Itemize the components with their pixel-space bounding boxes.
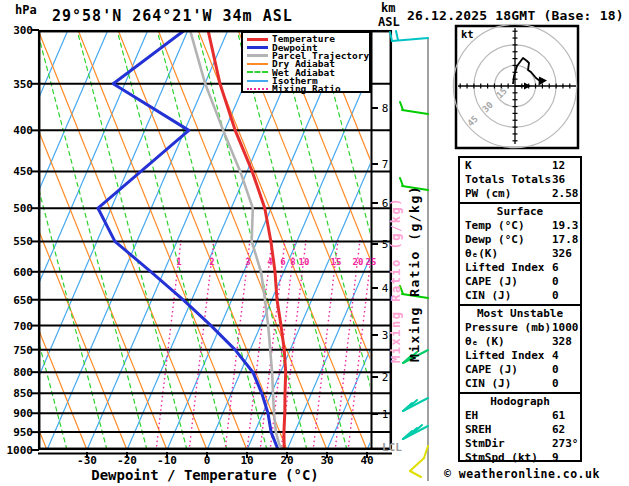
pressure-tick-label: 400 <box>0 124 33 137</box>
stats-row-value: 19.3 <box>552 219 579 233</box>
stats-row: K12 <box>460 159 580 173</box>
stats-row: Totals Totals36 <box>460 173 580 187</box>
stats-row: Lifted Index4 <box>460 349 580 363</box>
pressure-tick-label: 600 <box>0 266 33 279</box>
temp-tick-label: 20 <box>267 454 307 467</box>
stats-row-value: 0 <box>552 289 559 303</box>
stats-row: CIN (J)0 <box>460 377 580 391</box>
stats-section: SurfaceTemp (°C)19.3Dewp (°C)17.8θₑ(K)32… <box>460 202 580 304</box>
km-tick-label: 4 <box>378 282 392 295</box>
lcl-label: LCL <box>382 441 402 454</box>
stats-row-label: K <box>465 159 472 172</box>
pressure-tick-label: 850 <box>0 387 33 400</box>
stats-row-label: Temp (°C) <box>465 219 525 232</box>
mixing-ratio-value-label: 25 <box>362 257 380 267</box>
mixing-ratio-value-label: 1 <box>170 257 188 267</box>
pressure-tick-label: 1000 <box>0 444 33 457</box>
mixing-ratio-axis-label: Mixing Ratio (g/kg) <box>407 174 422 374</box>
stats-row: Lifted Index6 <box>460 261 580 275</box>
stats-row-label: CIN (J) <box>465 289 511 302</box>
mixing-ratio-value-label: 10 <box>295 257 313 267</box>
legend-item-label: Mixing Ratio <box>272 84 341 94</box>
legend-swatch-solid <box>247 54 268 57</box>
stats-section: HodographEH61SREH62StmDir273°StmSpd (kt)… <box>460 392 580 466</box>
km-tick-label: 7 <box>378 158 392 171</box>
stats-row: StmSpd (kt)9 <box>460 451 580 465</box>
km-tick-label: 8 <box>378 102 392 115</box>
temp-tick-label: -30 <box>67 454 107 467</box>
temp-tick-label: 10 <box>227 454 267 467</box>
km-tick-label: 1 <box>378 408 392 421</box>
stats-row-value: 6 <box>552 261 559 275</box>
pressure-tick-label: 950 <box>0 426 33 439</box>
credit-footer: © weatheronline.co.uk <box>444 467 600 481</box>
skewt-sounding-page: 153045 hPa 29°58'N 264°21'W 34m ASL km A… <box>0 0 629 486</box>
altitude-axis-unit-km: km <box>381 1 395 15</box>
pressure-tick-label: 800 <box>0 366 33 379</box>
stats-row-value: 2.58 <box>552 187 579 201</box>
pressure-tick-label: 650 <box>0 294 33 307</box>
stats-table: K12Totals Totals36PW (cm)2.58SurfaceTemp… <box>458 156 582 462</box>
km-tick-label: 2 <box>378 371 392 384</box>
pressure-tick-label: 300 <box>0 24 33 37</box>
altitude-axis-unit-asl: ASL <box>378 15 400 29</box>
mixing-ratio-value-label: 2 <box>203 257 221 267</box>
stats-row-value: 326 <box>552 247 572 261</box>
stats-row-label: Lifted Index <box>465 261 544 274</box>
stats-row-value: 328 <box>552 335 572 349</box>
stats-row-label: Lifted Index <box>465 349 544 362</box>
stats-row: PW (cm)2.58 <box>460 187 580 201</box>
stats-row-label: Pressure (mb) <box>465 321 551 334</box>
temp-tick-label: 0 <box>187 454 227 467</box>
x-axis-label: Dewpoint / Temperature (°C) <box>38 467 372 483</box>
stats-section-header: Surface <box>460 205 580 219</box>
stats-row-label: θₑ (K) <box>465 335 505 348</box>
mixing-ratio-value-label: 3 <box>239 257 257 267</box>
stats-row: EH61 <box>460 409 580 423</box>
stats-row-label: Dewp (°C) <box>465 233 525 246</box>
stats-row-value: 1000 <box>552 321 579 335</box>
stats-row-label: θₑ(K) <box>465 247 498 260</box>
pressure-axis-unit: hPa <box>15 3 37 17</box>
legend-swatch-solid <box>247 63 268 65</box>
pressure-tick-label: 750 <box>0 344 33 357</box>
legend: TemperatureDewpointParcel TrajectoryDry … <box>241 31 371 93</box>
datetime-label: 26.12.2025 18GMT (Base: 18) <box>407 8 624 23</box>
km-tick-label: 6 <box>378 197 392 210</box>
stats-row-label: SREH <box>465 423 492 436</box>
stats-row: CAPE (J)0 <box>460 363 580 377</box>
temp-tick-label: -10 <box>147 454 187 467</box>
pressure-tick-label: 700 <box>0 320 33 333</box>
stats-row-value: 4 <box>552 349 559 363</box>
stats-row-value: 0 <box>552 275 559 289</box>
stats-row-label: StmDir <box>465 437 505 450</box>
stats-row-label: StmSpd (kt) <box>465 451 538 464</box>
legend-swatch-solid <box>247 46 268 49</box>
stats-row: Pressure (mb)1000 <box>460 321 580 335</box>
stats-row-value: 36 <box>552 173 565 187</box>
pressure-tick-label: 350 <box>0 78 33 91</box>
stats-section: K12Totals Totals36PW (cm)2.58 <box>460 158 580 202</box>
km-tick-label: 3 <box>378 329 392 342</box>
stats-row: θₑ (K)328 <box>460 335 580 349</box>
stats-row-value: 273° <box>552 437 579 451</box>
stats-row-label: PW (cm) <box>465 187 511 200</box>
pressure-tick-label: 450 <box>0 165 33 178</box>
stats-row: CAPE (J)0 <box>460 275 580 289</box>
stats-row: StmDir273° <box>460 437 580 451</box>
stats-row-value: 0 <box>552 377 559 391</box>
stats-row: Temp (°C)19.3 <box>460 219 580 233</box>
stats-section-header: Most Unstable <box>460 307 580 321</box>
stats-row: θₑ(K)326 <box>460 247 580 261</box>
stats-row-label: Totals Totals <box>465 173 551 186</box>
stats-row-value: 17.8 <box>552 233 579 247</box>
pressure-tick-label: 550 <box>0 235 33 248</box>
stats-row-value: 62 <box>552 423 565 437</box>
stats-row-label: EH <box>465 409 478 422</box>
mixing-ratio-value-label: 15 <box>327 257 345 267</box>
legend-item: Mixing Ratio <box>247 85 369 93</box>
hodograph: 153045 <box>453 24 578 148</box>
stats-row: SREH62 <box>460 423 580 437</box>
legend-swatch-solid <box>247 38 268 41</box>
hodograph-unit-label: kt <box>461 28 474 40</box>
